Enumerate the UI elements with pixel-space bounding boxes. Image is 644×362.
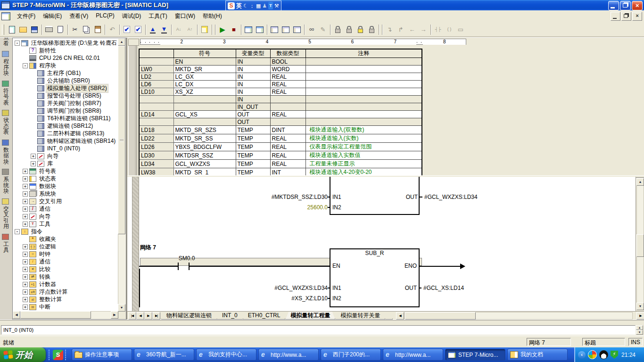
scroll-down-icon[interactable]: ▼ — [118, 304, 125, 312]
tree-item[interactable]: - 指令 — [13, 228, 118, 235]
open-file-icon[interactable] — [17, 24, 29, 35]
expand-toggle-icon[interactable]: + — [23, 176, 28, 181]
output-text-box[interactable]: INT_0 (INT0) — [1, 325, 636, 335]
print-preview-icon[interactable] — [55, 24, 66, 35]
tree-item[interactable]: T6补料逻辑连锁 (SBR11) — [13, 115, 118, 122]
line-left-icon[interactable]: ← — [406, 24, 418, 35]
mdi-restore-button[interactable] — [621, 12, 631, 21]
tree-item[interactable]: 报警信号处理 (SBR5) — [13, 92, 118, 99]
tree-item[interactable]: + 位逻辑 — [13, 243, 118, 250]
scroll-down-icon[interactable]: ▼ — [636, 303, 644, 310]
tabbar-scroll-right-icon[interactable]: ▶ — [636, 312, 644, 320]
expand-toggle-icon[interactable]: + — [23, 259, 28, 264]
tree-item[interactable]: + 整数计算 — [13, 296, 118, 303]
expand-toggle-icon[interactable]: + — [23, 304, 28, 310]
expand-toggle-icon[interactable]: + — [23, 214, 28, 219]
variable-row[interactable]: IN — [139, 96, 422, 103]
next-tab-icon[interactable]: ▶ — [144, 312, 152, 320]
language-mode-toggle[interactable]: 英 — [236, 2, 242, 10]
variable-row[interactable]: EN IN BOOL — [139, 58, 422, 66]
menu-item[interactable]: 帮助(H) — [199, 11, 226, 22]
variable-row[interactable]: LD18 MKTD_SR_SZS TEMP DINT 模块通道输入(双整数) — [139, 126, 422, 134]
print-icon[interactable] — [43, 24, 55, 35]
task-ie-360nav[interactable]: 360导航_新一... — [134, 349, 194, 361]
tree-item[interactable]: + 库 — [13, 160, 118, 167]
ladder-scroll-thumb[interactable] — [636, 234, 644, 257]
line-right-icon[interactable]: → — [418, 24, 429, 35]
tree-item[interactable]: 公共辅助 (SBR0) — [13, 77, 118, 84]
toolbar-grip[interactable] — [2, 25, 4, 35]
menu-item[interactable]: PLC(P) — [92, 11, 118, 22]
tabbar-scroll-left-icon[interactable]: ◀ — [396, 312, 404, 320]
tree-item[interactable]: + 时钟 — [13, 250, 118, 258]
minimize-button[interactable] — [608, 1, 619, 10]
sub-r-block[interactable] — [330, 248, 420, 307]
tabbar-scrollbar[interactable] — [405, 312, 633, 320]
menu-item[interactable]: 编辑(E) — [39, 11, 66, 22]
first-tab-icon[interactable]: |◀ — [128, 312, 136, 320]
contact-bar-left[interactable] — [178, 263, 179, 270]
compile-all-icon[interactable]: ✔ — [132, 24, 144, 35]
tree-item[interactable]: 调节阀门控制 (SBR8) — [13, 107, 118, 115]
close-button[interactable]: × — [632, 1, 643, 10]
start-button[interactable]: 开始 — [0, 347, 46, 362]
variable-row[interactable]: LD34 GCL_WXZXS TEMP REAL 工程量未修正显示 — [139, 160, 422, 168]
tree-item[interactable]: - 程序块 — [13, 62, 118, 69]
skin-icon[interactable]: T — [268, 2, 273, 9]
navbar-item[interactable]: 程序块 — [2, 51, 11, 76]
expand-toggle-icon[interactable]: + — [31, 154, 36, 159]
restore-button[interactable] — [620, 1, 631, 10]
scroll-up-icon[interactable]: ▲ — [636, 178, 644, 186]
previous-bookmark-icon[interactable] — [355, 24, 366, 35]
tree-item[interactable]: + 状态表 — [13, 175, 118, 182]
scroll-up-icon[interactable]: ▲ — [118, 38, 125, 46]
pause-program-status-icon[interactable] — [254, 24, 265, 35]
output-scrollbar[interactable]: ▲ ▼ — [636, 325, 643, 335]
expand-toggle-icon[interactable]: + — [23, 184, 28, 189]
pou-tab[interactable]: 模拟量转工程量 — [285, 312, 335, 320]
expand-toggle-icon[interactable]: + — [23, 282, 28, 287]
tree-item[interactable]: 二层补料逻辑 (SBR13) — [13, 130, 118, 137]
360-browser-icon[interactable]: S — [53, 350, 63, 360]
scroll-down-icon[interactable]: ▼ — [636, 330, 643, 335]
menu-item[interactable]: 调试(D) — [118, 11, 145, 22]
tree-item[interactable]: INT_0 (INT0) — [13, 145, 118, 152]
task-my-documents[interactable]: 我的文档 — [507, 349, 568, 361]
prev-tab-icon[interactable]: ◀ — [136, 312, 144, 320]
tree-item[interactable]: CPU 226 CN REL 02.01 — [13, 54, 118, 62]
expand-toggle-icon[interactable]: + — [31, 161, 36, 166]
net6-out-operand[interactable]: #GCL_WXZXS:LD34 — [424, 194, 478, 200]
expand-toggle-icon[interactable]: + — [23, 222, 28, 227]
tree-item[interactable]: + 工具 — [13, 220, 118, 228]
toolbar-handle[interactable] — [49, 350, 51, 360]
tree-item[interactable]: + 向导 — [13, 152, 118, 160]
task-ie-support[interactable]: 我的支持中心... — [196, 349, 256, 361]
menu-item[interactable]: 窗口(W) — [171, 11, 199, 22]
task-folder-notes[interactable]: 操作注意事项 — [72, 349, 132, 361]
clear-bookmarks-icon[interactable] — [366, 24, 377, 35]
expand-toggle-icon[interactable]: + — [23, 274, 28, 280]
tabbar-scroll-thumb[interactable] — [405, 312, 476, 320]
moon-mode-icon[interactable]: ☾ — [243, 2, 248, 9]
save-icon[interactable] — [29, 24, 40, 35]
new-file-icon[interactable] — [6, 24, 17, 35]
tree-item[interactable]: + 系统块 — [13, 190, 118, 197]
net7-in2-operand[interactable]: #XS_XZ:LD10 — [212, 295, 328, 302]
next-bookmark-icon[interactable] — [343, 24, 355, 35]
navbar-item[interactable]: 状态表 — [2, 110, 11, 135]
navbar-item[interactable]: 系统块 — [2, 169, 11, 194]
tree-hscroll-thumb[interactable] — [20, 311, 91, 319]
tree-item[interactable]: + 符号表 — [13, 167, 118, 175]
wrench-icon[interactable]: ⚒ — [274, 2, 279, 9]
net6-in2-constant[interactable]: 25600.0 — [222, 204, 328, 211]
expand-toggle-icon[interactable]: + — [23, 206, 28, 212]
menu-item[interactable]: 工具(T) — [145, 11, 171, 22]
copy-icon[interactable] — [81, 24, 92, 35]
tree-item[interactable]: + 交叉引用 — [13, 197, 118, 205]
contact-icon[interactable]: ┤├ — [432, 24, 444, 35]
tree-item[interactable]: 新特性 — [13, 47, 118, 54]
glasses-monitor-icon[interactable]: oo — [306, 24, 317, 35]
expand-toggle-icon[interactable]: - — [15, 229, 20, 234]
tree-item[interactable]: + 浮点数计算 — [13, 288, 118, 296]
tray-shield-icon[interactable]: ⚡ — [611, 351, 618, 359]
